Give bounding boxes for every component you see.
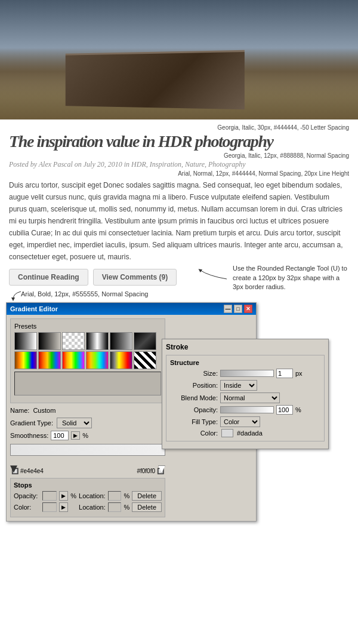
opacity-delete-button[interactable]: Delete xyxy=(132,491,162,501)
opacity-label: Opacity: xyxy=(170,406,218,413)
gradient-stop-markers xyxy=(10,456,165,465)
color-stop-label: Color: xyxy=(14,504,40,511)
opacity-input[interactable] xyxy=(276,405,293,415)
gradient-type-label: Gradient Type: xyxy=(10,419,53,427)
preset-12[interactable] xyxy=(134,351,156,369)
annotation-text: Use the Rounded Rectangle Tool (U) to cr… xyxy=(233,264,349,292)
color-stop-input[interactable] xyxy=(42,502,57,512)
smoothness-arrow[interactable]: ▶ xyxy=(71,431,80,440)
color-location-unit: % xyxy=(124,504,129,511)
preset-11[interactable] xyxy=(110,351,132,369)
preset-1[interactable] xyxy=(14,332,37,350)
hero-image xyxy=(0,0,358,119)
stroke-color-row: Color: #dadada xyxy=(170,429,320,437)
presets-group: Presets xyxy=(10,318,165,403)
gradient-bar-container xyxy=(10,444,165,465)
body-font-label: Arial, Normal, 12px, #444444, Normal Spa… xyxy=(9,170,349,177)
post-body: Duis arcu tortor, suscipit eget Donec so… xyxy=(9,179,349,263)
color-hex-value: #dadada xyxy=(237,430,263,437)
color-location-label: Location: xyxy=(79,504,106,511)
color-hex-right: #f0f0f0 xyxy=(137,468,155,474)
blend-select[interactable]: Normal Multiply Screen xyxy=(220,392,280,403)
color-stop-row: Color: ▶ Location: % Delete xyxy=(14,502,162,512)
title-font-label: Georgia, Italic, 30px, #444444, -50 Lett… xyxy=(9,124,349,131)
size-label: Size: xyxy=(170,370,218,377)
opacity-stop-input[interactable] xyxy=(42,491,57,501)
color-delete-button[interactable]: Delete xyxy=(132,502,162,512)
preset-7[interactable] xyxy=(14,351,37,369)
window-titlebar: Gradient Editor — □ ✕ xyxy=(7,303,256,315)
preset-10[interactable] xyxy=(86,351,109,369)
name-row: Name: Custom xyxy=(10,407,165,414)
button-font-label: Arial, Bold, 12px, #555555, Normal Spaci… xyxy=(21,290,349,298)
color-val-left: 🔲 #e4e4e4 xyxy=(11,468,44,474)
stops-section: Stops Opacity: ▶ % Location: % Delete xyxy=(10,478,165,517)
opacity-stop-unit: % xyxy=(70,492,76,499)
position-label: Position: xyxy=(170,382,218,389)
opacity-location-unit: % xyxy=(124,492,129,499)
color-hex-left: #e4e4e4 xyxy=(20,468,44,474)
blog-area: Georgia, Italic, 30px, #444444, -50 Lett… xyxy=(0,119,358,298)
maximize-button[interactable]: □ xyxy=(234,305,242,313)
close-button[interactable]: ✕ xyxy=(244,305,252,313)
opacity-row: Opacity: % xyxy=(170,405,320,415)
opacity-stop-arrow[interactable]: ▶ xyxy=(59,491,68,501)
opacity-stop-row: Opacity: ▶ % Location: % Delete xyxy=(14,491,162,501)
smoothness-input[interactable] xyxy=(51,431,69,440)
minimize-button[interactable]: — xyxy=(224,305,232,313)
preset-3[interactable] xyxy=(62,332,85,350)
post-meta: Posted by Alex Pascal on July 20, 2010 i… xyxy=(9,160,349,169)
gradient-type-select[interactable]: Solid Noise xyxy=(57,418,92,428)
size-row: Size: px xyxy=(170,369,320,378)
stroke-color-label: Color: xyxy=(170,430,218,437)
presets-grid xyxy=(14,332,161,369)
smoothness-row: Smoothness: ▶ % xyxy=(10,431,165,440)
color-location-input[interactable] xyxy=(108,502,122,512)
preset-6[interactable] xyxy=(134,332,156,350)
name-value: Custom xyxy=(33,407,55,414)
preset-2[interactable] xyxy=(38,332,61,350)
opacity-location-label: Location: xyxy=(79,492,106,499)
fill-type-row: Fill Type: Color Gradient Pattern xyxy=(170,416,320,427)
fill-type-select[interactable]: Color Gradient Pattern xyxy=(220,416,260,427)
size-unit: px xyxy=(295,370,303,377)
name-label: Name: xyxy=(10,407,29,414)
blend-mode-row: Blend Mode: Normal Multiply Screen xyxy=(170,392,320,403)
color-values-row: 🔲 #e4e4e4 #f0f0f0 🔲 xyxy=(10,468,165,474)
opacity-unit: % xyxy=(295,406,301,413)
color-stop-arrow[interactable]: ▶ xyxy=(59,502,68,512)
continue-reading-button[interactable]: Continue Reading xyxy=(9,269,88,286)
meta-font-label: Georgia, Italic, 12px, #888888, Normal S… xyxy=(9,152,349,159)
position-row: Position: Inside Outside Center xyxy=(170,380,320,391)
window-title: Gradient Editor xyxy=(10,305,58,312)
left-panel: Presets xyxy=(10,318,165,517)
size-slider[interactable] xyxy=(220,370,274,377)
position-select[interactable]: Inside Outside Center xyxy=(220,380,257,391)
color-swatch[interactable] xyxy=(221,429,233,437)
opacity-slider[interactable] xyxy=(220,406,274,413)
opacity-stop-label: Opacity: xyxy=(14,492,40,499)
gradient-editor-window: Gradient Editor — □ ✕ Presets xyxy=(6,302,257,522)
presets-empty-area xyxy=(14,372,161,395)
preset-8[interactable] xyxy=(38,351,61,369)
blend-label: Blend Mode: xyxy=(170,394,218,401)
presets-title: Presets xyxy=(14,323,161,330)
fill-type-label: Fill Type: xyxy=(170,418,218,425)
stroke-panel: Stroke Structure Size: px Position: Insi… xyxy=(162,339,329,449)
structure-title: Structure xyxy=(170,359,320,366)
preset-9[interactable] xyxy=(62,351,85,369)
post-title: The inspiration value in HDR photography xyxy=(9,132,349,151)
smoothness-label: Smoothness: xyxy=(10,432,48,439)
stops-title: Stops xyxy=(14,482,162,489)
gradient-bar[interactable] xyxy=(10,444,165,456)
preset-5[interactable] xyxy=(110,332,132,350)
gradient-type-row: Gradient Type: Solid Noise xyxy=(10,418,165,428)
preset-4[interactable] xyxy=(86,332,109,350)
opacity-location-input[interactable] xyxy=(108,491,122,501)
size-input[interactable] xyxy=(276,369,293,378)
smoothness-unit: % xyxy=(82,432,88,439)
window-controls: — □ ✕ xyxy=(224,305,252,313)
arrow-icon xyxy=(10,290,22,302)
stroke-title: Stroke xyxy=(166,343,325,351)
view-comments-button[interactable]: View Comments (9) xyxy=(93,269,177,286)
